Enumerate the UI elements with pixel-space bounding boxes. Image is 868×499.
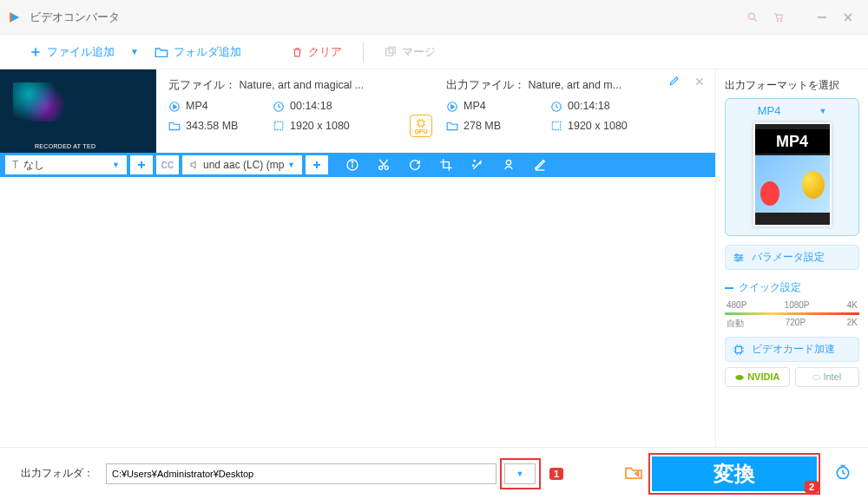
app-logo-icon: [7, 10, 23, 25]
close-button[interactable]: [835, 4, 861, 30]
merge-button[interactable]: マージ: [379, 41, 441, 63]
resolution-icon: [550, 120, 562, 132]
edit-output-name-icon[interactable]: [668, 75, 681, 90]
chevron-down-icon: ▼: [287, 161, 295, 169]
format-selector[interactable]: MP4 ▼ MP4: [725, 98, 859, 236]
cart-icon[interactable]: [766, 4, 792, 30]
svg-rect-15: [418, 121, 424, 126]
param-settings-label: バラメータ設定: [752, 250, 825, 265]
add-file-button[interactable]: ファイル追加: [24, 41, 120, 63]
thumb-caption: RECORDED AT TED: [35, 143, 95, 149]
quality-slider[interactable]: 480P 1080P 4K 自動 720P 2K: [725, 300, 859, 330]
conversion-connector: GPU: [408, 69, 434, 153]
nvidia-badge[interactable]: NVIDIA: [725, 367, 790, 387]
folder-icon: [168, 120, 181, 132]
cc-button[interactable]: CC: [156, 155, 179, 174]
add-file-dropdown-caret[interactable]: ▼: [127, 47, 142, 56]
crop-tool-icon[interactable]: [432, 153, 460, 177]
edit-toolbar: T なし ▼ CC und aac (LC) (mp ▼: [0, 153, 715, 177]
src-format: MP4: [186, 100, 208, 112]
source-file-label: 元ファイル： Nature, art and magical ...: [168, 78, 403, 93]
chevron-down-icon: ▼: [819, 107, 826, 115]
out-duration: 00:14:18: [568, 100, 610, 112]
param-settings-button[interactable]: バラメータ設定: [725, 245, 859, 270]
merge-label: マージ: [402, 44, 436, 60]
toolbar-separator: [363, 43, 364, 62]
callout-marker-1: 1: [549, 468, 563, 480]
quick-settings-title: クイック設定: [725, 280, 859, 295]
intel-badge[interactable]: ⬭ Intel: [795, 367, 860, 387]
out-format: MP4: [464, 100, 486, 112]
gpu-chip-label: GPU: [414, 128, 427, 135]
output-path-input[interactable]: C:¥Users¥Administrator¥Desktop: [106, 463, 496, 484]
effects-tool-icon[interactable]: [464, 153, 491, 177]
clock-icon: [550, 101, 562, 113]
audio-select[interactable]: und aac (LC) (mp ▼: [182, 155, 302, 174]
clock-icon: [273, 101, 285, 113]
callout-marker-2: 2: [805, 481, 819, 493]
add-audio-button[interactable]: [306, 155, 328, 174]
app-title: ビデオコンバータ: [30, 10, 740, 25]
convert-label: 変換: [713, 460, 755, 488]
svg-marker-12: [174, 104, 177, 108]
minimize-button[interactable]: [809, 4, 835, 30]
subtitle-tool-icon[interactable]: [526, 153, 554, 177]
format-value: MP4: [758, 104, 781, 117]
svg-rect-10: [389, 47, 395, 53]
output-file-label: 出力ファイル： Nature, art and m...: [446, 78, 681, 93]
svg-line-1: [754, 18, 757, 21]
svg-marker-17: [451, 104, 455, 108]
remove-file-icon[interactable]: ✕: [694, 75, 705, 89]
svg-point-31: [473, 165, 474, 166]
add-file-label: ファイル追加: [47, 44, 115, 60]
output-folder-label: 出力フォルダ：: [21, 466, 94, 481]
add-subtitle-button[interactable]: [130, 155, 153, 174]
svg-point-2: [777, 20, 778, 21]
format-icon: [446, 101, 458, 113]
rotate-tool-icon[interactable]: [401, 153, 429, 177]
add-folder-button[interactable]: フォルダ追加: [149, 41, 247, 63]
svg-point-3: [780, 20, 781, 21]
sidebar-title: 出力フォーマットを選択: [725, 78, 859, 93]
watermark-tool-icon[interactable]: [495, 153, 523, 177]
schedule-icon[interactable]: [834, 463, 852, 484]
info-tool-icon[interactable]: [339, 153, 366, 177]
search-icon[interactable]: [740, 4, 766, 30]
svg-rect-19: [552, 122, 560, 130]
audio-value: und aac (LC) (mp: [203, 159, 287, 171]
src-size: 343.58 MB: [186, 120, 238, 132]
gpu-chip-icon[interactable]: GPU: [410, 115, 432, 137]
format-icon: [168, 101, 181, 113]
subtitle-value: なし: [23, 158, 112, 173]
gpu-accel-label: ビデオカード加速: [752, 342, 835, 357]
svg-point-26: [352, 161, 352, 162]
src-resolution: 1920 x 1080: [290, 120, 350, 132]
video-thumbnail[interactable]: RECORDED AT TED: [0, 69, 156, 153]
cut-tool-icon[interactable]: [370, 153, 398, 177]
clear-label: クリア: [308, 44, 342, 60]
svg-point-0: [748, 13, 754, 19]
out-size: 278 MB: [464, 120, 501, 132]
svg-point-32: [506, 161, 510, 165]
resolution-icon: [273, 120, 285, 132]
output-path-dropdown[interactable]: ▼: [504, 463, 536, 484]
chevron-down-icon: ▼: [516, 469, 524, 478]
add-folder-label: フォルダ追加: [174, 44, 241, 60]
gpu-accel-button[interactable]: ビデオカード加速: [725, 337, 859, 362]
out-resolution: 1920 x 1080: [568, 120, 628, 132]
svg-point-39: [737, 259, 739, 260]
svg-point-30: [480, 162, 481, 163]
src-duration: 00:14:18: [290, 100, 332, 112]
chevron-down-icon: ▼: [112, 161, 120, 169]
svg-point-29: [474, 161, 475, 161]
svg-rect-40: [736, 346, 742, 352]
svg-point-37: [736, 253, 738, 255]
file-item: RECORDED AT TED 元ファイル： Nature, art and m…: [0, 69, 715, 153]
svg-point-38: [740, 256, 741, 258]
format-preview-icon: MP4: [753, 122, 832, 227]
subtitle-select[interactable]: T なし ▼: [5, 155, 127, 174]
open-output-folder-icon[interactable]: [624, 464, 643, 483]
convert-button[interactable]: 変換: [652, 456, 817, 491]
clear-button[interactable]: クリア: [286, 41, 347, 63]
svg-rect-14: [274, 122, 282, 130]
